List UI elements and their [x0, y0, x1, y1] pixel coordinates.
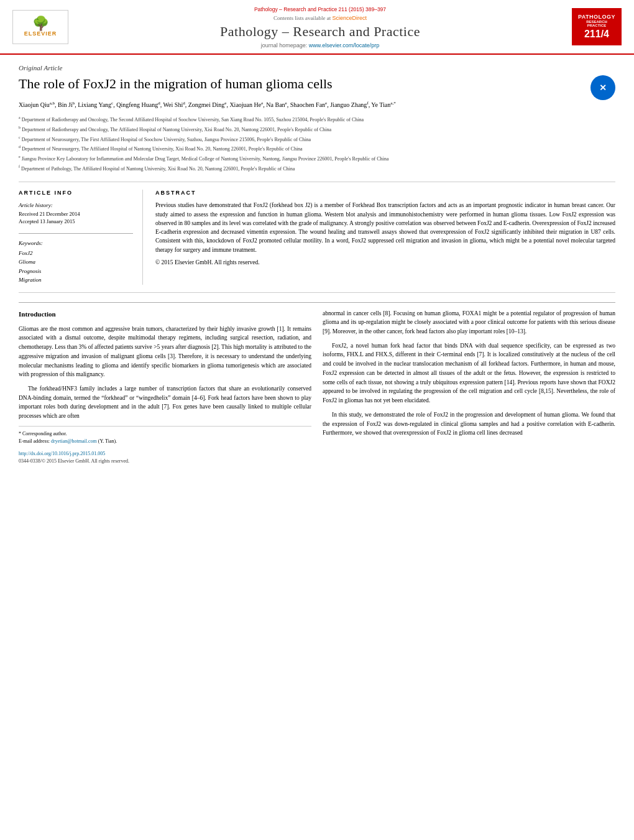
journal-citation-link[interactable]: Pathology – Research and Practice 211 (2…: [254, 6, 386, 12]
logo-title-line1: PATHOLOGY: [578, 14, 615, 20]
right-para-1: abnormal in cancer cells [8]. Focusing o…: [323, 309, 615, 336]
logo-number: 211/4: [584, 29, 609, 40]
history-label: Article history:: [19, 202, 133, 208]
journal-top-citation: Pathology – Research and Practice 211 (2…: [81, 5, 559, 14]
article-info-abstract: ARTICLE INFO Article history: Received 2…: [19, 182, 615, 292]
abstract-copyright: © 2015 Elsevier GmbH. All rights reserve…: [155, 258, 615, 267]
introduction-title: Introduction: [19, 309, 311, 320]
right-para-3: In this study, we demonstrated the role …: [323, 410, 615, 438]
journal-header: 🌳 ELSEVIER Pathology – Research and Prac…: [0, 0, 634, 55]
keyword-3: Prognosis: [19, 267, 133, 275]
keyword-4: Migration: [19, 275, 133, 284]
abstract-section: ABSTRACT Previous studies have demonstra…: [155, 190, 615, 284]
sciencedirect-prefix: Contents lists available at: [273, 15, 332, 21]
doi-link[interactable]: http://dx.doi.org/10.1016/j.prp.2015.01.…: [19, 450, 311, 458]
crossmark-badge[interactable]: ✕: [590, 75, 615, 100]
affiliation-a: a Department of Radiotherapy and Oncolog…: [19, 115, 615, 124]
footnote-section: * Corresponding author. E-mail address: …: [19, 426, 311, 445]
email-label: E-mail address:: [19, 438, 51, 444]
intro-para-2: The forkhead/HNF3 family includes a larg…: [19, 384, 311, 421]
elsevier-text: ELSEVIER: [24, 30, 57, 37]
keywords-label: Keywords:: [19, 240, 133, 246]
elsevier-tree-icon: 🌳: [32, 17, 49, 30]
affiliation-d: d Department of Neurosurgery, The Affili…: [19, 144, 615, 153]
affiliation-b: b Department of Radiotherapy and Oncolog…: [19, 125, 615, 134]
right-column: abnormal in cancer cells [8]. Focusing o…: [323, 309, 615, 466]
accepted-date: Accepted 13 January 2015: [19, 218, 133, 226]
article-info: ARTICLE INFO Article history: Received 2…: [19, 190, 143, 284]
pathology-logo: PATHOLOGY RESEARCH PRACTICE 211/4: [572, 8, 622, 45]
footer-links: http://dx.doi.org/10.1016/j.prp.2015.01.…: [19, 450, 311, 466]
authors-line: Xiaojun Qiua,b, Bin Jib, Lixiang Yangc, …: [19, 100, 615, 110]
article-info-label: ARTICLE INFO: [19, 190, 133, 196]
affiliation-e: e Jiangsu Province Key Laboratory for In…: [19, 154, 615, 163]
left-column: Introduction Gliomas are the most common…: [19, 309, 311, 466]
journal-homepage: journal homepage: www.elsevier.com/locat…: [81, 42, 559, 48]
intro-para-1: Gliomas are the most common and aggressi…: [19, 325, 311, 379]
email-note: E-mail address: dryetian@hotmail.com (Y.…: [19, 438, 311, 445]
sciencedirect-link[interactable]: ScienceDirect: [332, 15, 367, 21]
homepage-prefix: journal homepage:: [261, 42, 309, 48]
right-para-2: FoxJ2, a novel human fork head factor th…: [323, 341, 615, 405]
divider: [19, 233, 133, 234]
keyword-2: Glioma: [19, 257, 133, 266]
main-content: Introduction Gliomas are the most common…: [19, 309, 615, 466]
affiliations: a Department of Radiotherapy and Oncolog…: [19, 115, 615, 172]
sciencedirect-line: Contents lists available at ScienceDirec…: [81, 15, 559, 21]
journal-title: Pathology – Research and Practice: [81, 24, 559, 40]
footer-copyright: 0344-0338/© 2015 Elsevier GmbH. All righ…: [19, 458, 311, 465]
received-date: Received 21 December 2014: [19, 211, 133, 218]
article-type: Original Article: [19, 64, 615, 72]
keyword-1: FoxJ2: [19, 249, 133, 257]
logo-title-line3: PRACTICE: [587, 24, 607, 27]
article-body: Original Article The role of FoxJ2 in th…: [0, 55, 634, 475]
homepage-url[interactable]: www.elsevier.com/locate/prp: [309, 42, 380, 48]
section-divider: [19, 302, 615, 303]
affiliation-f: f Department of Pathology, The Affiliate…: [19, 164, 615, 173]
affiliation-c: c Department of Neurosurgery, The First …: [19, 135, 615, 144]
email-link[interactable]: dryetian@hotmail.com: [51, 438, 97, 444]
header-center: Pathology – Research and Practice 211 (2…: [68, 5, 572, 48]
article-title: The role of FoxJ2 in the migration of hu…: [19, 75, 584, 93]
keywords-section: Keywords: FoxJ2 Glioma Prognosis Migrati…: [19, 240, 133, 285]
corresponding-note: * Corresponding author.: [19, 430, 311, 438]
elsevier-logo: 🌳 ELSEVIER: [12, 10, 68, 44]
abstract-text: Previous studies have demonstrated that …: [155, 201, 615, 254]
email-suffix: (Y. Tian).: [97, 438, 117, 444]
abstract-label: ABSTRACT: [155, 190, 615, 196]
history-section: Article history: Received 21 December 20…: [19, 202, 133, 226]
